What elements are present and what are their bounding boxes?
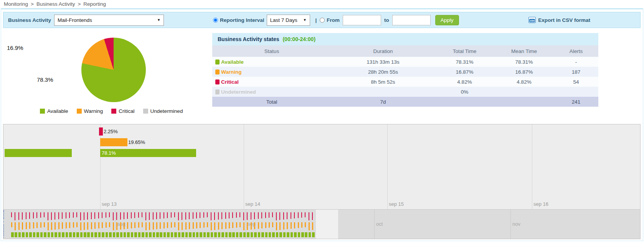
event-tick-available (298, 232, 301, 237)
apply-button[interactable]: Apply (435, 15, 459, 25)
event-tick-warning (87, 222, 88, 230)
bar-label-available: 78.1% (100, 149, 116, 157)
breadcrumb-item-business-activity[interactable]: Business Activity (36, 1, 75, 7)
event-tick-critical (167, 212, 168, 218)
event-tick-available (84, 232, 86, 237)
event-tick-warning (276, 222, 277, 230)
status-cell: Critical (212, 77, 331, 87)
breadcrumb-item-reporting[interactable]: Reporting (83, 1, 106, 7)
column-header-total-time: Total Time (435, 45, 494, 57)
timeline-main-band[interactable]: sep 13sep 14sep 15sep 162.25%19.65%78.1% (3, 124, 640, 209)
event-tick-critical (163, 212, 164, 218)
cell-total-time: 78.31% (435, 57, 494, 67)
event-tick-warning (254, 222, 255, 229)
event-tick-available (131, 232, 134, 237)
event-tick-warning (298, 222, 299, 228)
event-tick-available (18, 232, 21, 237)
event-tick-available (247, 232, 249, 237)
to-date-input[interactable] (392, 15, 431, 25)
event-tick-warning (283, 222, 284, 230)
event-tick-critical (283, 212, 284, 220)
event-tick-available (127, 232, 130, 237)
event-tick-available (94, 232, 97, 237)
event-tick-available (174, 232, 177, 237)
event-tick-warning (91, 222, 92, 229)
event-tick-available (272, 232, 275, 237)
event-tick-warning (58, 222, 59, 229)
toolbar: Business Activity Mail-Frontends ▼ Repor… (3, 12, 641, 28)
event-tick-available (62, 232, 64, 237)
month-gridline (115, 210, 116, 239)
pie-legend: AvailableWarningCriticalUndetermined (40, 108, 183, 114)
event-tick-warning (174, 222, 175, 227)
event-tick-critical (269, 212, 269, 218)
event-tick-warning (239, 222, 241, 227)
toolbar-separator: | (315, 17, 317, 23)
event-tick-warning (113, 222, 114, 230)
business-activity-label: Business Activity (8, 17, 51, 23)
event-tick-warning (156, 222, 157, 229)
event-tick-available (58, 232, 61, 237)
event-tick-available (236, 232, 239, 237)
event-tick-critical (69, 212, 70, 218)
event-tick-warning (160, 222, 161, 229)
table-row-available: Available131h 33m 13s78.31%78.31%- (212, 57, 598, 67)
event-tick-warning (218, 222, 219, 230)
event-tick-warning (229, 222, 230, 228)
event-tick-warning (109, 222, 110, 227)
event-tick-critical (254, 212, 255, 219)
event-tick-available (69, 232, 72, 237)
cell-total-mean-time (494, 97, 554, 107)
states-table-title: Business Activity states (00:00-24:00) (212, 33, 598, 45)
csv-file-icon: csv (528, 17, 536, 23)
reporting-interval-select[interactable]: Last 7 Days ▼ (267, 15, 310, 26)
legend-swatch-critical (111, 109, 116, 114)
event-tick-critical (221, 212, 222, 219)
event-tick-warning (265, 222, 266, 228)
states-table-header-row: StatusDurationTotal TimeMean TimeAlerts (212, 45, 598, 57)
custom-range-radio[interactable] (320, 18, 325, 23)
breadcrumb-item-monitoring[interactable]: Monitoring (4, 1, 28, 7)
event-tick-available (203, 232, 206, 237)
legend-swatch-available (40, 109, 45, 114)
event-tick-critical (44, 212, 45, 217)
breadcrumb-separator: > (78, 1, 81, 7)
timeline-viewport-handle[interactable] (316, 210, 338, 239)
event-tick-critical (272, 212, 273, 217)
export-csv-link[interactable]: csv Export in CSV format (528, 17, 590, 23)
event-tick-warning (36, 222, 38, 228)
status-swatch (215, 89, 220, 94)
event-tick-available (291, 232, 293, 237)
cell-duration: 8h 5m 52s (331, 77, 435, 87)
chevron-down-icon: ▼ (157, 18, 160, 22)
event-tick-available (214, 232, 217, 237)
event-tick-available (171, 232, 173, 237)
event-tick-warning (200, 222, 201, 228)
reporting-interval-radio[interactable] (213, 18, 218, 23)
event-tick-available (142, 232, 144, 237)
business-activity-select[interactable]: Mail-Frontends ▼ (54, 15, 164, 26)
cell-total-duration: 7d (331, 97, 435, 107)
timeline-overview-band[interactable]: Timeline © SIMILE augsepoctnov (3, 209, 640, 239)
breadcrumb: Monitoring>Business Activity>Reporting (4, 1, 106, 7)
timeline-bar-available (5, 149, 72, 157)
event-tick-warning (120, 222, 121, 230)
cell-duration: 28h 20m 55s (331, 67, 435, 77)
event-tick-warning (203, 222, 205, 228)
event-tick-critical (279, 212, 280, 220)
event-tick-available (200, 232, 202, 237)
event-tick-warning (131, 222, 132, 228)
event-tick-critical (189, 212, 190, 219)
event-tick-warning (196, 222, 197, 228)
event-tick-critical (58, 212, 59, 219)
event-tick-available (309, 232, 311, 237)
from-date-input[interactable] (343, 15, 381, 25)
legend-label: Available (47, 108, 68, 114)
from-label: From (327, 17, 340, 23)
event-tick-warning (207, 222, 208, 227)
event-tick-critical (11, 212, 12, 217)
event-tick-critical (214, 212, 215, 220)
event-tick-available (218, 232, 221, 237)
event-tick-available (138, 232, 141, 237)
event-tick-critical (62, 212, 63, 219)
